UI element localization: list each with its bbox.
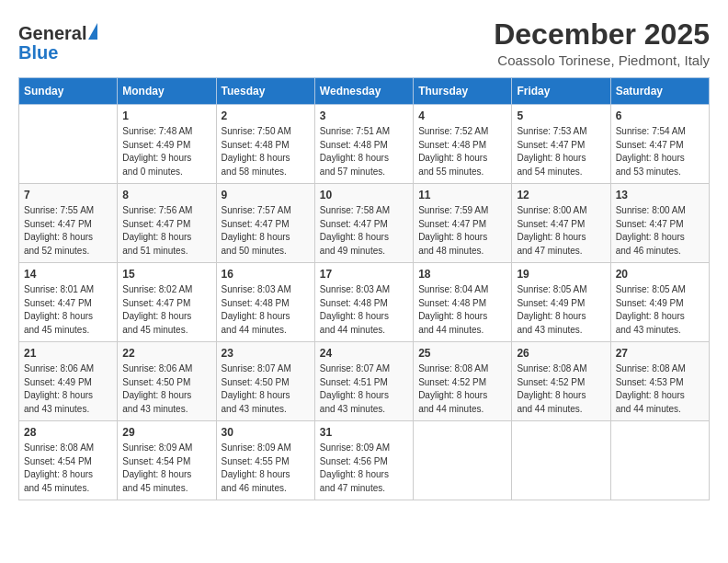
calendar-day-cell: 15Sunrise: 8:02 AM Sunset: 4:47 PM Dayli… xyxy=(118,263,216,342)
day-info: Sunrise: 8:06 AM Sunset: 4:49 PM Dayligh… xyxy=(24,362,112,416)
day-number: 14 xyxy=(24,268,112,281)
calendar-day-cell: 18Sunrise: 8:04 AM Sunset: 4:48 PM Dayli… xyxy=(414,263,512,342)
day-number: 20 xyxy=(616,268,704,281)
weekday-header: Saturday xyxy=(610,78,709,105)
calendar-week-row: 14Sunrise: 8:01 AM Sunset: 4:47 PM Dayli… xyxy=(19,263,710,342)
day-info: Sunrise: 7:51 AM Sunset: 4:48 PM Dayligh… xyxy=(320,125,408,178)
day-number: 25 xyxy=(418,347,506,360)
day-info: Sunrise: 8:08 AM Sunset: 4:54 PM Dayligh… xyxy=(24,442,112,495)
logo-triangle-icon xyxy=(88,23,97,40)
calendar-day-cell: 7Sunrise: 7:55 AM Sunset: 4:47 PM Daylig… xyxy=(19,184,118,263)
day-number: 5 xyxy=(517,109,605,122)
weekday-row: SundayMondayTuesdayWednesdayThursdayFrid… xyxy=(19,78,710,105)
day-number: 31 xyxy=(320,426,408,439)
weekday-header: Wednesday xyxy=(314,78,413,105)
day-number: 28 xyxy=(24,426,112,439)
day-number: 11 xyxy=(418,189,506,201)
day-number: 24 xyxy=(320,347,408,360)
calendar-day-cell: 11Sunrise: 7:59 AM Sunset: 4:47 PM Dayli… xyxy=(414,184,512,263)
weekday-header: Tuesday xyxy=(216,78,314,105)
day-number: 7 xyxy=(24,189,112,201)
weekday-header: Sunday xyxy=(19,78,118,105)
day-info: Sunrise: 8:02 AM Sunset: 4:47 PM Dayligh… xyxy=(122,283,210,337)
calendar-day-cell: 28Sunrise: 8:08 AM Sunset: 4:54 PM Dayli… xyxy=(19,421,118,500)
calendar-body: 1Sunrise: 7:48 AM Sunset: 4:49 PM Daylig… xyxy=(19,105,710,500)
day-info: Sunrise: 8:09 AM Sunset: 4:55 PM Dayligh… xyxy=(222,442,310,495)
day-number: 9 xyxy=(222,189,310,201)
calendar-day-cell: 8Sunrise: 7:56 AM Sunset: 4:47 PM Daylig… xyxy=(118,184,216,263)
calendar-day-cell: 4Sunrise: 7:52 AM Sunset: 4:48 PM Daylig… xyxy=(414,105,512,184)
day-info: Sunrise: 8:09 AM Sunset: 4:56 PM Dayligh… xyxy=(320,442,408,495)
calendar-day-cell: 6Sunrise: 7:54 AM Sunset: 4:47 PM Daylig… xyxy=(610,105,709,184)
day-info: Sunrise: 8:07 AM Sunset: 4:50 PM Dayligh… xyxy=(222,362,310,416)
calendar-day-cell: 30Sunrise: 8:09 AM Sunset: 4:55 PM Dayli… xyxy=(216,421,314,500)
calendar-day-cell: 5Sunrise: 7:53 AM Sunset: 4:47 PM Daylig… xyxy=(512,105,610,184)
day-number: 8 xyxy=(122,189,210,201)
calendar-day-cell: 24Sunrise: 8:07 AM Sunset: 4:51 PM Dayli… xyxy=(314,342,413,421)
title-area: December 2025 Coassolo Torinese, Piedmon… xyxy=(494,18,710,68)
day-info: Sunrise: 7:57 AM Sunset: 4:47 PM Dayligh… xyxy=(222,204,310,258)
logo-general-text: General xyxy=(18,24,86,42)
logo: General Blue xyxy=(18,24,96,63)
calendar-day-cell: 16Sunrise: 8:03 AM Sunset: 4:48 PM Dayli… xyxy=(216,263,314,342)
calendar-day-cell: 10Sunrise: 7:58 AM Sunset: 4:47 PM Dayli… xyxy=(314,184,413,263)
day-number: 4 xyxy=(418,109,506,122)
calendar-day-cell: 22Sunrise: 8:06 AM Sunset: 4:50 PM Dayli… xyxy=(118,342,216,421)
calendar-day-cell xyxy=(512,421,610,500)
calendar-week-row: 7Sunrise: 7:55 AM Sunset: 4:47 PM Daylig… xyxy=(19,184,710,263)
day-info: Sunrise: 7:59 AM Sunset: 4:47 PM Dayligh… xyxy=(418,204,506,258)
day-info: Sunrise: 8:06 AM Sunset: 4:50 PM Dayligh… xyxy=(122,362,210,416)
day-number: 18 xyxy=(418,268,506,281)
day-info: Sunrise: 8:00 AM Sunset: 4:47 PM Dayligh… xyxy=(616,204,704,258)
day-number: 13 xyxy=(616,189,704,201)
calendar-day-cell: 27Sunrise: 8:08 AM Sunset: 4:53 PM Dayli… xyxy=(610,342,709,421)
calendar-day-cell: 13Sunrise: 8:00 AM Sunset: 4:47 PM Dayli… xyxy=(610,184,709,263)
calendar-day-cell: 21Sunrise: 8:06 AM Sunset: 4:49 PM Dayli… xyxy=(19,342,118,421)
calendar-day-cell: 26Sunrise: 8:08 AM Sunset: 4:52 PM Dayli… xyxy=(512,342,610,421)
day-info: Sunrise: 8:08 AM Sunset: 4:52 PM Dayligh… xyxy=(517,362,605,416)
calendar-day-cell xyxy=(610,421,709,500)
day-number: 29 xyxy=(122,426,210,439)
day-info: Sunrise: 8:08 AM Sunset: 4:53 PM Dayligh… xyxy=(616,362,704,416)
day-number: 27 xyxy=(616,347,704,360)
day-info: Sunrise: 7:53 AM Sunset: 4:47 PM Dayligh… xyxy=(517,125,605,178)
day-info: Sunrise: 8:00 AM Sunset: 4:47 PM Dayligh… xyxy=(517,204,605,258)
day-number: 1 xyxy=(122,109,210,122)
day-number: 12 xyxy=(517,189,605,201)
day-info: Sunrise: 7:55 AM Sunset: 4:47 PM Dayligh… xyxy=(24,204,112,258)
calendar-day-cell: 2Sunrise: 7:50 AM Sunset: 4:48 PM Daylig… xyxy=(216,105,314,184)
day-number: 22 xyxy=(122,347,210,360)
day-info: Sunrise: 8:03 AM Sunset: 4:48 PM Dayligh… xyxy=(320,283,408,337)
calendar-day-cell xyxy=(414,421,512,500)
logo-blue-text: Blue xyxy=(18,42,58,63)
calendar-day-cell: 17Sunrise: 8:03 AM Sunset: 4:48 PM Dayli… xyxy=(314,263,413,342)
day-info: Sunrise: 7:50 AM Sunset: 4:48 PM Dayligh… xyxy=(222,125,310,178)
day-number: 21 xyxy=(24,347,112,360)
calendar-day-cell: 31Sunrise: 8:09 AM Sunset: 4:56 PM Dayli… xyxy=(314,421,413,500)
calendar-day-cell: 29Sunrise: 8:09 AM Sunset: 4:54 PM Dayli… xyxy=(118,421,216,500)
calendar-header: SundayMondayTuesdayWednesdayThursdayFrid… xyxy=(19,78,710,105)
calendar-week-row: 21Sunrise: 8:06 AM Sunset: 4:49 PM Dayli… xyxy=(19,342,710,421)
calendar-day-cell: 25Sunrise: 8:08 AM Sunset: 4:52 PM Dayli… xyxy=(414,342,512,421)
day-info: Sunrise: 7:58 AM Sunset: 4:47 PM Dayligh… xyxy=(320,204,408,258)
day-info: Sunrise: 7:54 AM Sunset: 4:47 PM Dayligh… xyxy=(616,125,704,178)
calendar-week-row: 28Sunrise: 8:08 AM Sunset: 4:54 PM Dayli… xyxy=(19,421,710,500)
calendar-day-cell: 9Sunrise: 7:57 AM Sunset: 4:47 PM Daylig… xyxy=(216,184,314,263)
day-info: Sunrise: 8:05 AM Sunset: 4:49 PM Dayligh… xyxy=(517,283,605,337)
day-number: 26 xyxy=(517,347,605,360)
day-info: Sunrise: 8:07 AM Sunset: 4:51 PM Dayligh… xyxy=(320,362,408,416)
calendar-day-cell: 20Sunrise: 8:05 AM Sunset: 4:49 PM Dayli… xyxy=(610,263,709,342)
page-header: General Blue December 2025 Coassolo Tori… xyxy=(18,18,710,68)
day-number: 16 xyxy=(222,268,310,281)
day-info: Sunrise: 8:01 AM Sunset: 4:47 PM Dayligh… xyxy=(24,283,112,337)
day-info: Sunrise: 8:05 AM Sunset: 4:49 PM Dayligh… xyxy=(616,283,704,337)
day-info: Sunrise: 8:04 AM Sunset: 4:48 PM Dayligh… xyxy=(418,283,506,337)
day-number: 6 xyxy=(616,109,704,122)
day-number: 3 xyxy=(320,109,408,122)
calendar-day-cell: 14Sunrise: 8:01 AM Sunset: 4:47 PM Dayli… xyxy=(19,263,118,342)
day-info: Sunrise: 8:03 AM Sunset: 4:48 PM Dayligh… xyxy=(222,283,310,337)
weekday-header: Monday xyxy=(118,78,216,105)
location-subtitle: Coassolo Torinese, Piedmont, Italy xyxy=(494,52,710,68)
day-info: Sunrise: 8:08 AM Sunset: 4:52 PM Dayligh… xyxy=(418,362,506,416)
day-number: 30 xyxy=(222,426,310,439)
